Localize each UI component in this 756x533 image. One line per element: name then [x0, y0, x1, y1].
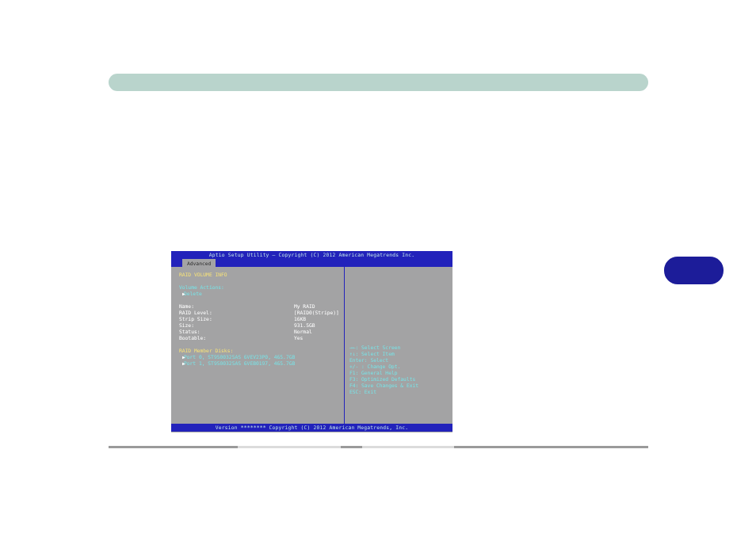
info-status-value: Normal: [294, 329, 339, 335]
info-strip-label: Strip Size:: [179, 316, 294, 322]
help-change-opt: +/- : Change Opt.: [349, 364, 449, 370]
volume-actions-label: Volume Actions:: [179, 284, 339, 291]
info-row-name: Name: My RAID: [179, 303, 339, 310]
pointer-icon: ▶: [182, 291, 185, 297]
info-size-value: 931.5GB: [294, 322, 339, 329]
help-save-exit: F4: Save Changes & Exit: [349, 383, 449, 389]
bios-footer-bar: Version ******** Copyright (C) 2012 Amer…: [171, 424, 452, 432]
bios-tab-row: Advanced: [171, 259, 452, 267]
bios-body: RAID VOLUME INFO Volume Actions: ▶ Delet…: [171, 267, 452, 424]
info-row-size: Size: 931.5GB: [179, 322, 339, 329]
help-select-screen: →←: Select Screen: [349, 345, 449, 351]
bios-section-title: RAID VOLUME INFO: [179, 272, 339, 278]
info-level-label: RAID Level:: [179, 310, 294, 316]
doc-divider: [109, 446, 648, 448]
help-esc-exit: ESC: Exit: [349, 389, 449, 395]
pointer-icon: ▶: [182, 360, 185, 367]
info-name-label: Name:: [179, 303, 294, 310]
member-disk-0[interactable]: Port 0, ST9500325AS 6VEV23P0, 465.7GB: [179, 354, 339, 360]
members-label: RAID Member Disks:: [179, 348, 339, 354]
bios-title-bar: Aptio Setup Utility – Copyright (C) 2012…: [171, 251, 452, 259]
help-general: F1: General Help: [349, 370, 449, 376]
info-row-strip: Strip Size: 16KB: [179, 316, 339, 322]
member-disk-1[interactable]: Port 1, ST9500325AS 6VEB0197, 465.7GB: [179, 360, 339, 367]
help-enter-select: Enter: Select: [349, 357, 449, 364]
bios-tab-advanced[interactable]: Advanced: [182, 259, 216, 267]
info-strip-value: 16KB: [294, 316, 339, 322]
help-optimized: F3: Optimized Defaults: [349, 376, 449, 383]
info-bootable-label: Bootable:: [179, 335, 294, 341]
info-name-value: My RAID: [294, 303, 339, 310]
page-next-button[interactable]: [664, 257, 724, 284]
info-bootable-value: Yes: [294, 335, 339, 341]
info-row-bootable: Bootable: Yes: [179, 335, 339, 341]
volume-action-delete[interactable]: Delete: [179, 291, 339, 297]
bios-help-pane: →←: Select Screen ↑↓: Select Item Enter:…: [345, 267, 452, 424]
info-row-status: Status: Normal: [179, 329, 339, 335]
info-size-label: Size:: [179, 322, 294, 329]
bios-screenshot: Aptio Setup Utility – Copyright (C) 2012…: [171, 251, 452, 432]
help-select-item: ↑↓: Select Item: [349, 351, 449, 357]
info-row-level: RAID Level: [RAID0(Stripe)]: [179, 310, 339, 316]
info-status-label: Status:: [179, 329, 294, 335]
bios-left-pane: RAID VOLUME INFO Volume Actions: ▶ Delet…: [171, 267, 345, 424]
pointer-icon: ▶: [182, 354, 185, 360]
info-level-value: [RAID0(Stripe)]: [294, 310, 339, 316]
header-accent-bar: [109, 74, 648, 91]
